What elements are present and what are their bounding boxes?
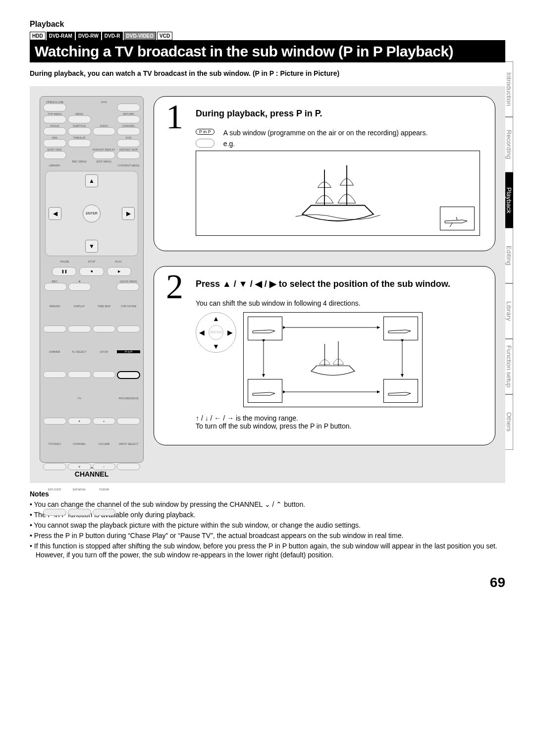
page-title: Watching a TV broadcast in the sub windo… [30,40,505,62]
btn-satcont[interactable] [43,509,66,516]
page-number: 69 [30,575,505,591]
lbl-tv: TV [68,397,91,400]
step-2-head: Press ▲ / ▼ / ◀ / ▶ to select the positi… [196,278,480,289]
btn-chpdivide[interactable] [117,325,140,332]
btn-voldown[interactable]: − [93,463,116,470]
btn-easynavi[interactable] [43,151,66,159]
lbl-tvdvr: TV/DVR [93,488,116,491]
lbl-timebar: TIME BAR [93,305,116,308]
btn-instantreplay[interactable] [93,151,116,159]
disc-tag-hdd: HDD [30,32,46,40]
tab-introduction[interactable]: Introduction [505,61,513,117]
sub-window-br-icon [440,207,475,230]
step-2-illustration [243,312,423,407]
btn-inputselect[interactable] [117,463,140,470]
step-1-eg: e.g. [223,140,428,148]
btn-instantskip[interactable] [117,151,140,159]
step-2: 2 Press ▲ / ▼ / ◀ / ▶ to select the posi… [154,266,495,445]
lbl-flselect: FL SELECT [68,350,91,353]
btn-hdd[interactable] [43,139,66,147]
tab-function-setup[interactable]: Function setup [505,339,513,394]
btn-subtitle[interactable] [68,127,91,135]
direction-pad: ▲ ▼ ◀ ▶ ENTER [45,171,138,256]
btn-dimmer[interactable] [43,371,66,378]
btn-menu[interactable] [68,115,91,123]
lbl-library: LIBRARY [43,164,66,167]
tab-editing[interactable]: Editing [505,228,513,283]
btn-satmoni[interactable] [68,509,91,516]
ship-icon [293,160,382,229]
note-1: • You can change the channel of the sub … [30,500,505,509]
btn-down[interactable]: ▼ [85,240,98,253]
step-1-number: 1 [166,100,183,134]
btn-flselect[interactable] [68,371,91,378]
btn-play[interactable]: ▶ [107,267,131,276]
btn-timebar[interactable] [93,325,116,332]
btn-display[interactable] [68,325,91,332]
lbl-chpdivide: CHP DIVIDE [117,305,140,308]
steps-column: 1 During playback, press P in P. P in P … [154,96,495,478]
btn-volup[interactable]: + [93,418,116,425]
btn-enter[interactable]: ENTER [83,205,101,222]
disc-tag-dvdrw: DVD-RW [76,32,101,40]
intro-text: During playback, you can watch a TV broa… [30,69,505,77]
btn-left[interactable]: ◀ [49,207,61,220]
step-2-foot2: To turn off the sub window, press the P … [196,422,480,430]
btn-chdown[interactable]: ∨ [68,463,91,470]
disc-tag-dvdram: DVD-RAM [47,32,75,40]
btn-stop[interactable]: ■ [79,267,104,276]
dpad-center: ENTER [209,325,223,340]
pill-icon [196,139,214,148]
step-1-body: A sub window (programme on the air or on… [223,129,428,137]
btn-progressive[interactable] [117,418,140,425]
step-1-head: During playback, press P in P. [196,108,480,119]
btn-chup[interactable]: ∧ [68,418,91,425]
btn-tvpower[interactable] [43,418,66,425]
step-2-foot1: ↑ / ↓ / ← / → is the moving range. [196,414,480,422]
tab-playback[interactable]: Playback [505,172,513,228]
btn-zoom[interactable] [93,371,116,378]
btn-pause[interactable]: ❚❚ [52,267,76,276]
btn-channel[interactable] [117,127,140,135]
btn-audio[interactable] [93,127,116,135]
lbl-stop: STOP [79,260,104,263]
plane-icon [442,214,472,229]
step-2-body: You can shift the sub window in followin… [196,299,480,307]
tab-others[interactable]: Others [505,394,513,450]
lbl-satmoni: SAT.MONI. [68,488,91,491]
disc-tag-vcd: VCD [157,32,172,40]
btn-openclose[interactable] [43,104,66,111]
tab-library[interactable]: Library [505,283,513,339]
btn-rec[interactable] [44,283,67,291]
btn-right[interactable]: ▶ [122,207,135,220]
btn-tvdvr[interactable] [93,509,116,516]
dpad-icon: ▲ ▼ ◀ ▶ ENTER [196,312,236,353]
lbl-tvvideo: TV/VIDEO [43,442,66,445]
btn-pinp[interactable] [117,371,140,379]
btn-tvvideo[interactable] [43,463,66,470]
lbl-channel2: CHANNEL [68,442,91,445]
btn-quickmenu[interactable] [116,283,139,291]
remote-column: OPEN/CLOSEDVD TOP MENUMENURETURN ANGLESU… [40,96,144,478]
lbl-recmenu: REC MENU [68,160,91,163]
note-3: • You cannot swap the playback picture w… [30,521,505,530]
lbl-inputselect: INPUT SELECT [117,442,140,445]
lbl-pinp: P in P [117,350,140,353]
btn-timeslip[interactable] [68,139,91,147]
lbl-volume: VOLUME [93,442,116,445]
pinp-button-icon: P in P [196,129,214,135]
direction-arrows-icon [244,313,422,407]
tab-recording[interactable]: Recording [505,117,513,172]
btn-power[interactable] [117,104,140,111]
btn-dvd[interactable] [117,139,140,147]
disc-tag-dvdvideo: DVD-VIDEO [124,32,157,40]
main-panel: Introduction Recording Playback Editing … [30,86,505,483]
lbl-display: DISPLAY [68,305,91,308]
lbl-progressive: PROGRESSIVE [117,397,140,400]
btn-star[interactable] [68,283,91,291]
btn-return[interactable] [117,115,140,123]
btn-remain[interactable] [43,325,66,332]
btn-angle[interactable] [43,127,66,135]
btn-up[interactable]: ▲ [85,174,98,187]
btn-topmenu[interactable] [43,115,66,123]
